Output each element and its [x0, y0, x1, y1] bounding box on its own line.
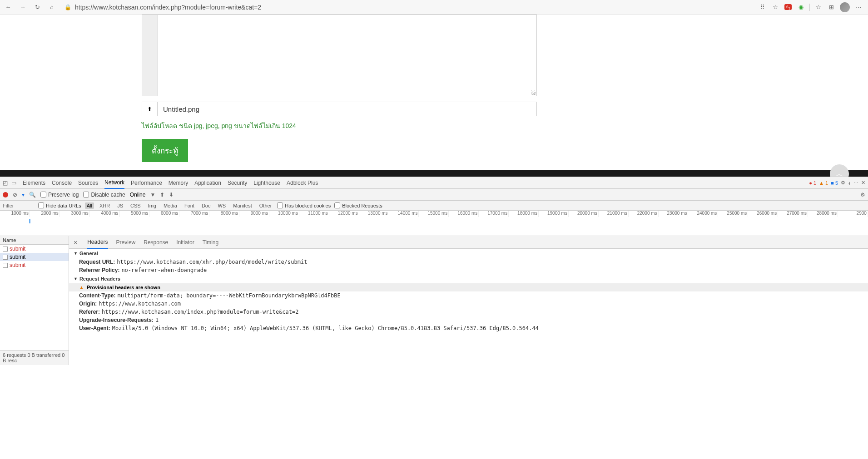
tab-sources[interactable]: Sources: [78, 178, 98, 188]
preserve-log-checkbox[interactable]: Preserve log: [40, 192, 79, 198]
filter-type-css[interactable]: CSS: [129, 202, 143, 209]
close-icon[interactable]: ✕: [861, 180, 865, 186]
header-row: Origin:https://www.kotchasan.com: [69, 300, 868, 308]
tab-application[interactable]: Application: [194, 178, 221, 188]
request-row[interactable]: submit: [0, 245, 69, 253]
request-list-footer: 6 requests 0 B transferred 0 B resc: [0, 350, 69, 365]
timeline-ticks: 1000 ms2000 ms3000 ms4000 ms5000 ms6000 …: [0, 211, 868, 217]
profile-avatar[interactable]: [840, 2, 850, 12]
has-blocked-cookies-checkbox[interactable]: Has blocked cookies: [277, 202, 331, 208]
forward-button[interactable]: →: [18, 3, 27, 12]
divider: [809, 4, 810, 11]
error-count-icon[interactable]: ● 1: [809, 180, 816, 186]
upload-har-icon[interactable]: ⬆: [160, 192, 164, 198]
detail-tab-initiator[interactable]: Initiator: [176, 237, 194, 248]
tab-elements[interactable]: Elements: [23, 178, 45, 188]
footer-strip: [0, 170, 868, 177]
header-row: Request URL:https://www.kotchasan.com/xh…: [69, 258, 868, 266]
detail-tab-preview[interactable]: Preview: [116, 237, 136, 248]
download-har-icon[interactable]: ⬇: [169, 192, 174, 198]
dock-icon[interactable]: ⫞: [848, 180, 851, 186]
search-icon[interactable]: 🔍: [29, 192, 36, 198]
disable-cache-checkbox[interactable]: Disable cache: [83, 192, 125, 198]
header-row: Referer:https://www.kotchasan.com/index.…: [69, 308, 868, 316]
filter-type-all[interactable]: All: [85, 202, 94, 209]
filter-type-img[interactable]: Img: [146, 202, 158, 209]
section-general[interactable]: ▼General: [69, 249, 868, 258]
toolbar-right: ⠿ ☆ A1 ◉ ☆ ⊞ ⋯: [759, 2, 864, 12]
devtools-tabs: ◰ ▭ Elements Console Sources Network Per…: [0, 177, 868, 189]
detail-tab-headers[interactable]: Headers: [87, 236, 108, 249]
online-select[interactable]: Online: [130, 192, 146, 198]
address-bar[interactable]: 🔒 https://www.kotchasan.com/index.php?mo…: [62, 1, 753, 13]
close-detail-icon[interactable]: ×: [72, 239, 79, 246]
page-viewport: ⬆ Untitled.png ไฟล์อัปโหลด ชนิด jpg, jpe…: [0, 15, 868, 177]
network-toolbar: ⊘ ▾ 🔍 Preserve log Disable cache Online …: [0, 189, 868, 201]
tab-security[interactable]: Security: [228, 178, 247, 188]
filter-type-font[interactable]: Font: [183, 202, 196, 209]
tab-console[interactable]: Console: [52, 178, 72, 188]
settings-icon[interactable]: ⚙: [841, 180, 845, 186]
devtools-status: ● 1 ▲ 1 ■ 5 ⚙ ⫞ ⋯ ✕: [809, 180, 865, 186]
refresh-button[interactable]: ↻: [33, 3, 42, 12]
provisional-warning: ▲Provisional headers are shown: [69, 283, 868, 291]
network-filter-bar: Hide data URLs All XHR JS CSS Img Media …: [0, 201, 868, 211]
timeline-marker: [29, 219, 30, 223]
device-icon[interactable]: ▭: [11, 180, 16, 186]
filter-type-media[interactable]: Media: [162, 202, 179, 209]
blocked-requests-checkbox[interactable]: Blocked Requests: [334, 202, 382, 208]
filter-type-doc[interactable]: Doc: [200, 202, 213, 209]
warning-count-icon[interactable]: ▲ 1: [819, 180, 828, 186]
request-detail-pane: × Headers Preview Response Initiator Tim…: [69, 236, 868, 365]
filter-input[interactable]: [3, 203, 35, 208]
editor-textarea[interactable]: [142, 15, 537, 96]
file-upload-field[interactable]: ⬆ Untitled.png: [142, 102, 537, 116]
filter-type-ws[interactable]: WS: [216, 202, 228, 209]
detail-tab-timing[interactable]: Timing: [203, 237, 219, 248]
request-row[interactable]: submit: [0, 261, 69, 269]
network-timeline[interactable]: 1000 ms2000 ms3000 ms4000 ms5000 ms6000 …: [0, 211, 868, 236]
lock-icon: 🔒: [64, 4, 71, 10]
filter-type-xhr[interactable]: XHR: [98, 202, 112, 209]
more-icon[interactable]: ⋯: [854, 3, 863, 11]
network-settings-icon[interactable]: ⚙: [860, 192, 865, 198]
inspect-icon[interactable]: ◰: [3, 180, 8, 186]
more-icon[interactable]: ⋯: [853, 180, 858, 186]
extension-icon[interactable]: ◉: [797, 3, 805, 11]
back-button[interactable]: ←: [4, 3, 13, 12]
throttle-dropdown-icon[interactable]: ▼: [150, 192, 155, 198]
upload-icon: ⬆: [142, 102, 158, 116]
url-text: https://www.kotchasan.com/index.php?modu…: [75, 4, 261, 11]
record-button[interactable]: [3, 192, 8, 197]
home-button[interactable]: ⌂: [47, 3, 56, 12]
request-list-header[interactable]: Name: [0, 236, 69, 245]
tab-adblock[interactable]: Adblock Plus: [287, 178, 318, 188]
filter-toggle-icon[interactable]: ▾: [22, 192, 25, 198]
filter-type-other[interactable]: Other: [258, 202, 274, 209]
upload-filename: Untitled.png: [158, 105, 199, 113]
favorite-icon[interactable]: ☆: [771, 3, 779, 11]
tab-network[interactable]: Network: [104, 177, 124, 189]
filter-type-js[interactable]: JS: [115, 202, 125, 209]
request-list: Name submit submit submit 6 requests 0 B…: [0, 236, 69, 365]
favorites-toolbar-icon[interactable]: ☆: [814, 3, 823, 11]
detail-tab-response[interactable]: Response: [144, 237, 168, 248]
adblock-icon[interactable]: A1: [784, 3, 792, 11]
translate-icon[interactable]: ⠿: [759, 3, 767, 11]
collections-icon[interactable]: ⊞: [827, 3, 835, 11]
browser-toolbar: ← → ↻ ⌂ 🔒 https://www.kotchasan.com/inde…: [0, 0, 868, 15]
submit-button[interactable]: ตั้งกระทู้: [142, 139, 188, 162]
devtools-panel: ◰ ▭ Elements Console Sources Network Per…: [0, 177, 868, 365]
filter-type-manifest[interactable]: Manifest: [231, 202, 254, 209]
resize-handle-icon[interactable]: [531, 90, 536, 95]
tab-lighthouse[interactable]: Lighthouse: [253, 178, 280, 188]
info-count-icon[interactable]: ■ 5: [831, 180, 838, 186]
network-body: Name submit submit submit 6 requests 0 B…: [0, 236, 868, 365]
clear-icon[interactable]: ⊘: [13, 192, 17, 198]
request-row[interactable]: submit: [0, 253, 69, 261]
section-request-headers[interactable]: ▼Request Headers: [69, 274, 868, 283]
tab-performance[interactable]: Performance: [131, 178, 162, 188]
tab-memory[interactable]: Memory: [169, 178, 188, 188]
header-row: User-Agent:Mozilla/5.0 (Windows NT 10.0;…: [69, 324, 868, 332]
hide-data-urls-checkbox[interactable]: Hide data URLs: [38, 202, 81, 208]
